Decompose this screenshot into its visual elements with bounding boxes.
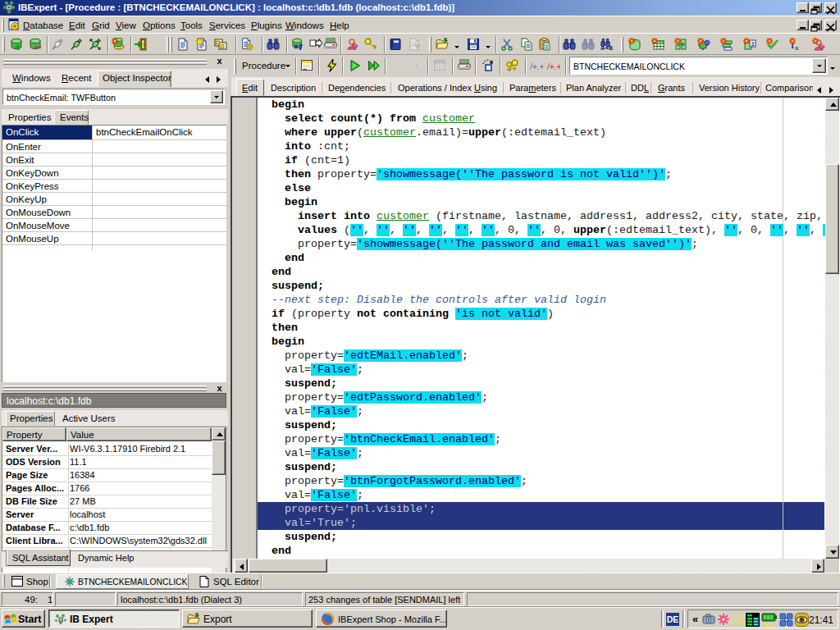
- svg-text:/+.+/: /+.+/: [547, 62, 560, 71]
- svg-text:3: 3: [751, 41, 755, 47]
- svg-text:N/A: N/A: [763, 622, 774, 628]
- svg-text:A: A: [600, 45, 605, 51]
- svg-text:/+.+/: /+.+/: [530, 62, 543, 71]
- svg-text:x: x: [794, 43, 799, 51]
- svg-text:B: B: [609, 45, 613, 51]
